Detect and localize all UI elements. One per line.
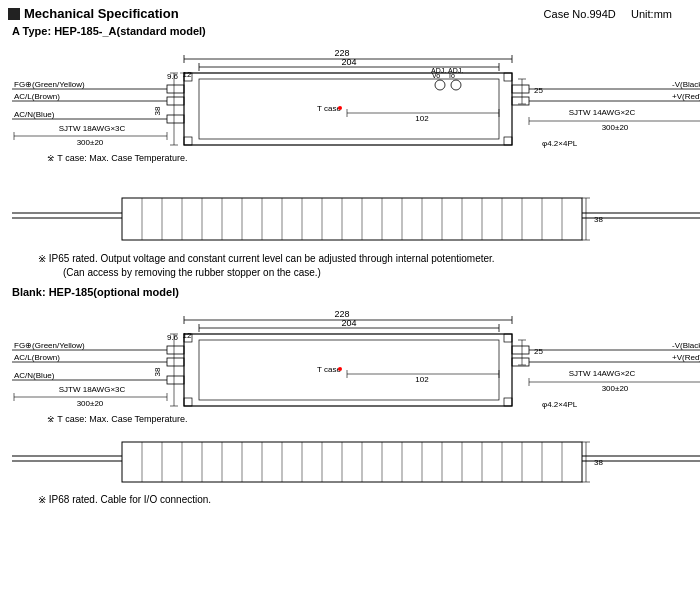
- case-no: Case No.994D: [544, 8, 616, 20]
- svg-text:204: 204: [341, 57, 356, 67]
- svg-rect-15: [167, 115, 184, 123]
- svg-text:AC/L(Brown): AC/L(Brown): [14, 92, 60, 101]
- note-ip65-cont: (Can access by removing the rubber stopp…: [63, 267, 321, 278]
- svg-text:300±20: 300±20: [602, 384, 629, 393]
- title-icon: [8, 8, 20, 20]
- svg-text:ADJ.: ADJ.: [448, 67, 463, 74]
- page: Mechanical Specification Case No.994D Un…: [0, 0, 700, 606]
- svg-text:AC/N(Blue): AC/N(Blue): [14, 110, 55, 119]
- svg-text:FG⊕(Green/Yellow): FG⊕(Green/Yellow): [14, 341, 85, 350]
- section-a-title: A Type: HEP-185-_A(standard model): [12, 25, 692, 37]
- svg-point-39: [435, 80, 445, 90]
- svg-text:T case: T case: [317, 104, 341, 113]
- svg-text:-V(Black): -V(Black): [672, 341, 700, 350]
- svg-text:AC/N(Blue): AC/N(Blue): [14, 371, 55, 380]
- case-info: Case No.994D Unit:mm: [544, 8, 672, 20]
- svg-rect-105: [184, 334, 512, 406]
- header: Mechanical Specification Case No.994D Un…: [8, 6, 692, 21]
- svg-text:SJTW 18AWG×3C: SJTW 18AWG×3C: [59, 124, 126, 133]
- drawing-b-side: 38: [12, 434, 692, 491]
- svg-point-40: [451, 80, 461, 90]
- svg-text:T case: T case: [317, 365, 341, 374]
- svg-rect-110: [512, 346, 529, 354]
- svg-text:9.6: 9.6: [167, 72, 179, 81]
- diagram-a-side-svg: 38: [12, 188, 700, 248]
- svg-text:SJTW 18AWG×3C: SJTW 18AWG×3C: [59, 385, 126, 394]
- note-ip65: ※ IP65 rated. Output voltage and constan…: [38, 253, 495, 264]
- svg-text:SJTW 14AWG×2C: SJTW 14AWG×2C: [569, 108, 636, 117]
- svg-point-46: [338, 106, 342, 110]
- section-a: A Type: HEP-185-_A(standard model) 228 2…: [8, 25, 692, 278]
- svg-rect-12: [199, 79, 499, 139]
- svg-rect-108: [167, 358, 184, 366]
- svg-text:※ T case: Max. Case Temperatur: ※ T case: Max. Case Temperature.: [47, 414, 188, 424]
- svg-rect-62: [504, 137, 512, 145]
- svg-text:38: 38: [153, 367, 162, 376]
- drawing-a-top: 228 204 9.6 12: [12, 41, 692, 188]
- svg-text:φ4.2×4PL: φ4.2×4PL: [542, 400, 578, 409]
- svg-rect-68: [122, 198, 582, 240]
- title-block: Mechanical Specification: [8, 6, 179, 21]
- svg-rect-106: [199, 340, 499, 400]
- svg-text:25: 25: [534, 86, 543, 95]
- svg-text:+V(Red): +V(Red): [672, 92, 700, 101]
- note-ip65-line2: (Can access by removing the rubber stopp…: [8, 266, 692, 278]
- drawing-b-top: 228 204 9.6 12: [12, 302, 692, 434]
- svg-text:+V(Red): +V(Red): [672, 353, 700, 362]
- unit: Unit:mm: [631, 8, 672, 20]
- svg-text:204: 204: [341, 318, 356, 328]
- drawing-a-side: 38: [12, 188, 692, 250]
- svg-text:FG⊕(Green/Yellow): FG⊕(Green/Yellow): [14, 80, 85, 89]
- svg-rect-156: [122, 442, 582, 482]
- svg-rect-14: [167, 97, 184, 105]
- svg-text:300±20: 300±20: [77, 138, 104, 147]
- svg-text:102: 102: [415, 375, 429, 384]
- svg-text:38: 38: [153, 106, 162, 115]
- svg-text:38: 38: [594, 458, 603, 467]
- svg-rect-11: [184, 73, 512, 145]
- note-ip65-line1: ※ IP65 rated. Output voltage and constan…: [8, 252, 692, 264]
- svg-text:AC/L(Brown): AC/L(Brown): [14, 353, 60, 362]
- section-b-title: Blank: HEP-185(optional model): [12, 286, 692, 298]
- diagram-b-side-svg: 38: [12, 434, 700, 489]
- svg-point-134: [338, 367, 342, 371]
- svg-text:φ4.2×4PL: φ4.2×4PL: [542, 139, 578, 148]
- note-ip68-text: ※ IP68 rated. Cable for I/O connection.: [38, 494, 211, 505]
- diagram-a-svg: 228 204 9.6 12: [12, 41, 700, 186]
- section-b: Blank: HEP-185(optional model) 228 204 9…: [8, 286, 692, 505]
- svg-text:25: 25: [534, 347, 543, 356]
- svg-rect-60: [504, 73, 512, 81]
- svg-rect-109: [167, 376, 184, 384]
- svg-text:※ T case: Max. Case Temperatur: ※ T case: Max. Case Temperature.: [47, 153, 188, 163]
- svg-rect-61: [184, 137, 192, 145]
- svg-rect-148: [504, 334, 512, 342]
- svg-text:102: 102: [415, 114, 429, 123]
- svg-rect-150: [504, 398, 512, 406]
- diagram-b-svg: 228 204 9.6 12: [12, 302, 700, 432]
- note-ip68: ※ IP68 rated. Cable for I/O connection.: [8, 493, 692, 505]
- svg-text:ADJ.: ADJ.: [431, 67, 446, 74]
- svg-text:38: 38: [594, 215, 603, 224]
- svg-text:SJTW 14AWG×2C: SJTW 14AWG×2C: [569, 369, 636, 378]
- svg-rect-107: [167, 346, 184, 354]
- page-title: Mechanical Specification: [24, 6, 179, 21]
- svg-rect-16: [512, 85, 529, 93]
- svg-text:300±20: 300±20: [77, 399, 104, 408]
- svg-text:9.6: 9.6: [167, 333, 179, 342]
- svg-text:-V(Black): -V(Black): [672, 80, 700, 89]
- svg-text:300±20: 300±20: [602, 123, 629, 132]
- svg-rect-149: [184, 398, 192, 406]
- svg-rect-13: [167, 85, 184, 93]
